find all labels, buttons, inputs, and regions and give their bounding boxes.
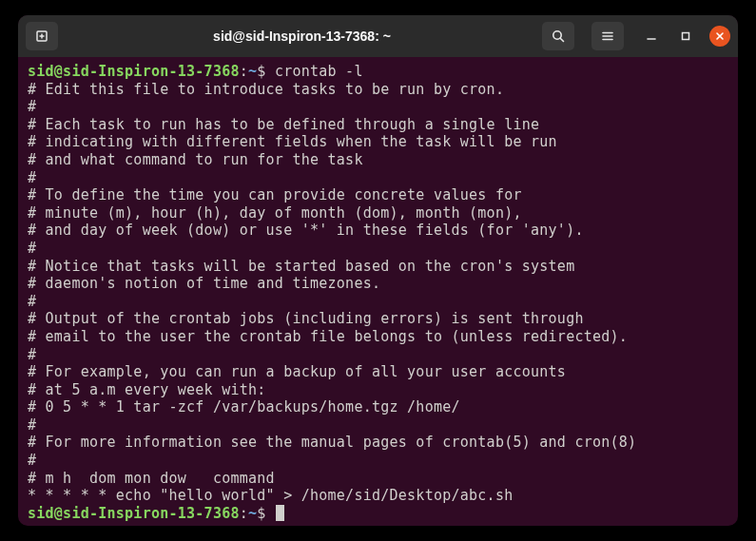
output-line: # m h dom mon dow command [28,470,275,487]
prompt-path: ~ [248,63,257,80]
maximize-button[interactable] [675,26,696,47]
search-icon [551,29,566,44]
close-button[interactable] [709,26,730,47]
search-button[interactable] [542,22,574,50]
new-tab-icon [34,29,49,44]
output-line: # To define the time you can provide con… [28,186,522,203]
output-line: # [28,452,36,469]
terminal-window: sid@sid-Inspiron-13-7368: ~ [18,15,738,526]
output-line: # at 5 a.m every week with: [28,381,266,398]
output-line: * * * * * echo "hello world" > /home/sid… [28,487,513,504]
prompt-dollar: $ [257,505,265,522]
terminal-body[interactable]: sid@sid-Inspiron-13-7368:~$ crontab -l #… [18,57,738,526]
prompt-sep: : [240,505,248,522]
svg-rect-9 [683,33,689,40]
output-line: # For more information see the manual pa… [28,434,636,451]
prompt-path: ~ [248,505,257,522]
output-line: # and what command to run for the task [28,151,363,168]
output-line: # [28,240,36,257]
output-line: # [28,416,36,434]
menu-button[interactable] [591,22,624,50]
prompt-line-1: sid@sid-Inspiron-13-7368:~$ crontab -l [28,63,363,80]
output-line: # Notice that tasks will be started base… [28,258,574,275]
prompt-userhost: sid@sid-Inspiron-13-7368 [28,505,240,522]
svg-line-4 [560,38,563,41]
output-line: # minute (m), hour (h), day of month (do… [28,204,522,222]
command-1: crontab -l [275,63,363,80]
output-line: # Edit this file to introduce tasks to b… [28,81,504,98]
output-line: # [28,169,36,186]
output-line: # indicating with different fields when … [28,133,557,150]
output-line: # [28,293,36,310]
cursor [276,505,284,521]
prompt-dollar: $ [257,63,265,80]
window-title: sid@sid-Inspiron-13-7368: ~ [62,29,542,44]
titlebar: sid@sid-Inspiron-13-7368: ~ [18,15,738,57]
output-line: # and day of week (dow) or use '*' in th… [28,222,584,239]
output-line: # daemon's notion of time and timezones. [28,275,380,292]
output-line: # email to the user the crontab file bel… [28,328,628,345]
hamburger-icon [600,29,615,44]
maximize-icon [680,30,691,42]
prompt-sep: : [240,63,248,80]
output-line: # For example, you can run a backup of a… [28,363,566,380]
minimize-icon [646,30,657,42]
close-icon [715,31,725,41]
output-line: # Each task to run has to be defined thr… [28,116,539,133]
output-line: # [28,346,36,363]
output-line: # [28,98,36,115]
titlebar-right [542,22,730,50]
prompt-line-2: sid@sid-Inspiron-13-7368:~$ [28,505,284,522]
new-tab-button[interactable] [26,22,58,50]
output-line: # 0 5 * * 1 tar -zcf /var/backups/home.t… [28,398,460,415]
minimize-button[interactable] [641,26,662,47]
output-line: # Output of the crontab jobs (including … [28,310,584,327]
prompt-userhost: sid@sid-Inspiron-13-7368 [28,63,240,80]
